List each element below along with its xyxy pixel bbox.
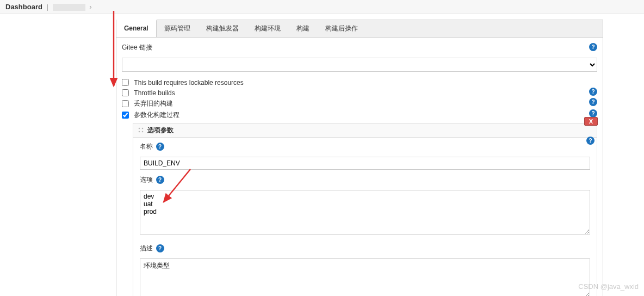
param-block: X ? 选项参数 名称 ? 选项 ? bbox=[133, 123, 597, 296]
checkbox-discard[interactable] bbox=[122, 100, 129, 107]
breadcrumb-job[interactable] bbox=[53, 4, 85, 11]
param-desc-textarea[interactable] bbox=[140, 258, 590, 296]
tab-env[interactable]: 构建环境 bbox=[247, 20, 289, 37]
param-desc-label: 描述 bbox=[140, 244, 153, 253]
breadcrumb-sep: | bbox=[47, 3, 48, 11]
tab-build[interactable]: 构建 bbox=[289, 20, 318, 37]
help-icon[interactable]: ? bbox=[156, 176, 164, 184]
param-name-label: 名称 bbox=[140, 142, 153, 151]
help-icon[interactable]: ? bbox=[156, 244, 164, 252]
tab-general[interactable]: General bbox=[116, 20, 157, 37]
help-icon[interactable]: ? bbox=[589, 43, 597, 51]
svg-point-3 bbox=[142, 128, 144, 130]
watermark: CSDN @java_wxid bbox=[578, 282, 639, 291]
checkbox-parameterized-label: 参数化构建过程 bbox=[134, 111, 179, 119]
svg-point-5 bbox=[142, 131, 144, 133]
checkbox-lockable[interactable] bbox=[122, 79, 129, 86]
param-name-input[interactable] bbox=[140, 157, 590, 170]
svg-point-4 bbox=[139, 131, 140, 133]
gitee-row: Gitee 链接 ? bbox=[122, 43, 597, 54]
help-icon[interactable]: ? bbox=[589, 109, 597, 118]
gitee-label: Gitee 链接 bbox=[122, 43, 152, 52]
checkbox-throttle-label: Throttle builds bbox=[134, 89, 175, 97]
svg-point-2 bbox=[139, 128, 140, 130]
gitee-select[interactable] bbox=[122, 58, 597, 72]
delete-param-button[interactable]: X bbox=[584, 117, 598, 126]
tabs-bar: General 源码管理 构建触发器 构建环境 构建 构建后操作 bbox=[116, 20, 603, 38]
checkbox-throttle[interactable] bbox=[122, 89, 129, 96]
checkbox-parameterized[interactable] bbox=[122, 112, 129, 119]
breadcrumb-dashboard[interactable]: Dashboard bbox=[5, 3, 42, 11]
param-header: 选项参数 bbox=[133, 124, 597, 138]
param-header-label: 选项参数 bbox=[147, 126, 174, 135]
checkbox-discard-row: 丢弃旧的构建 ? bbox=[122, 98, 597, 109]
checkbox-lockable-label: This build requires lockable resources bbox=[134, 79, 243, 87]
tab-post[interactable]: 构建后操作 bbox=[318, 20, 366, 37]
help-icon[interactable]: ? bbox=[156, 143, 164, 151]
checkbox-throttle-row: Throttle builds ? bbox=[122, 88, 597, 98]
param-options-label: 选项 bbox=[140, 175, 153, 184]
checkbox-discard-label: 丢弃旧的构建 bbox=[134, 100, 173, 107]
help-icon[interactable]: ? bbox=[589, 88, 597, 96]
breadcrumb-sep-2: › bbox=[89, 3, 91, 11]
breadcrumb: Dashboard | › bbox=[0, 0, 644, 14]
checkbox-parameterized-row: 参数化构建过程 ? bbox=[122, 109, 597, 121]
help-icon[interactable]: ? bbox=[589, 98, 597, 106]
param-options-textarea[interactable] bbox=[140, 190, 590, 235]
tab-triggers[interactable]: 构建触发器 bbox=[199, 20, 247, 37]
drag-handle-icon[interactable] bbox=[138, 127, 144, 133]
checkbox-lockable-row: This build requires lockable resources bbox=[122, 77, 597, 88]
tab-scm[interactable]: 源码管理 bbox=[157, 20, 199, 37]
